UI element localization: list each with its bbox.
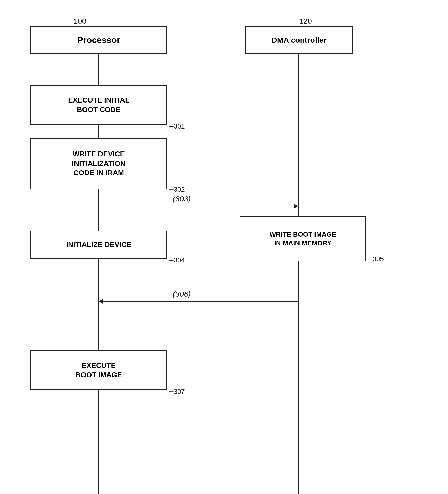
label-306: (306) [173,290,191,299]
ref-305: ─305 [368,255,384,263]
dma-controller-box: DMA controller [245,26,353,54]
ref-307: ─307 [169,388,185,396]
processor-box: Processor [30,26,167,54]
ref-120: 120 [299,17,312,25]
ref-304: ─304 [169,256,185,264]
execute-initial-boot-code-box: EXECUTE INITIALBOOT CODE [30,85,167,125]
label-303: (303) [173,194,191,203]
ref-302: ─302 [169,185,185,193]
diagram-container: 100 120 Processor DMA controller EXECUTE… [0,0,448,494]
write-device-init-box: WRITE DEVICEINITIALIZATIONCODE IN IRAM [30,138,167,189]
write-boot-image-box: WRITE BOOT IMAGEIN MAIN MEMORY [240,216,366,261]
ref-301: ─301 [169,122,185,130]
initialize-device-box: INITIALIZE DEVICE [30,231,167,259]
arrow-303-line [99,206,298,206]
dma-vline [298,54,299,494]
execute-boot-image-box: EXECUTEBOOT IMAGE [30,350,167,390]
ref-100: 100 [73,17,86,25]
arrow-306-line [99,301,298,302]
